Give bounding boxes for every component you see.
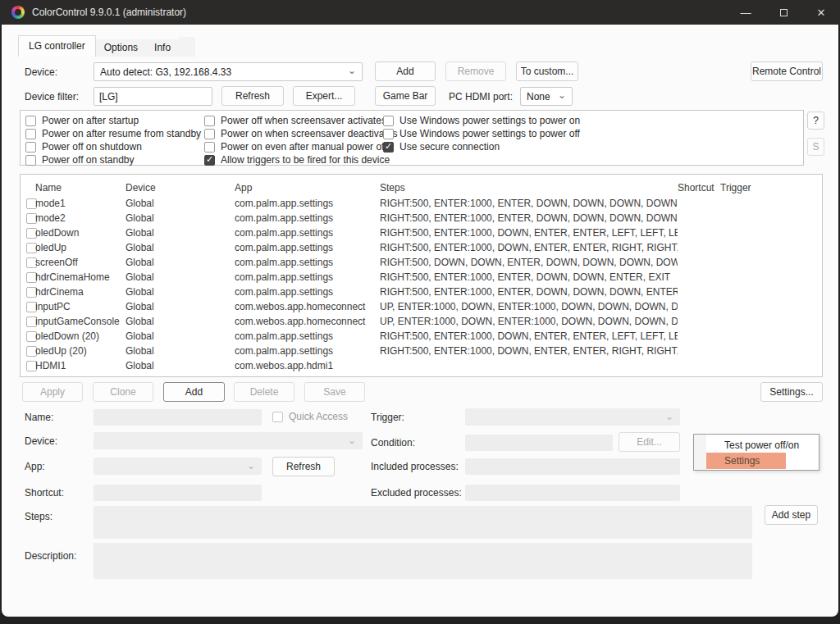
- checkbox-icon: [204, 116, 215, 126]
- row-app: com.palm.app.settings: [235, 198, 380, 209]
- maximize-button[interactable]: [765, 0, 802, 25]
- condition-input[interactable]: [465, 435, 613, 451]
- checkbox-power-off-on-standby[interactable]: Power off on standby: [25, 154, 135, 166]
- minimize-button[interactable]: —: [727, 0, 765, 25]
- add-preset-button[interactable]: Add: [163, 382, 225, 402]
- tab-info[interactable]: Info: [146, 39, 179, 57]
- checkbox-power-on-screensaver-deactivates[interactable]: Power on when screensaver deactivates: [204, 128, 397, 139]
- table-row[interactable]: oledDown (20)Globalcom.palm.app.settings…: [21, 329, 822, 344]
- checkbox-icon: [25, 142, 36, 153]
- checkbox-power-off-screensaver-activates[interactable]: Power off when screensaver activates: [204, 115, 386, 126]
- close-icon: ✕: [817, 7, 826, 19]
- description-textarea[interactable]: [94, 543, 752, 579]
- row-device: Global: [126, 301, 235, 312]
- app-icon: [11, 6, 25, 19]
- checkbox-allow-triggers[interactable]: Allow triggers to be fired for this devi…: [204, 154, 390, 166]
- trigger-select[interactable]: [465, 408, 680, 426]
- table-row[interactable]: screenOffGlobalcom.palm.app.settingsRIGH…: [21, 255, 822, 270]
- tab-options[interactable]: Options: [96, 39, 146, 57]
- s-button[interactable]: S: [807, 138, 824, 156]
- game-bar-button[interactable]: Game Bar: [375, 86, 436, 106]
- add-step-button[interactable]: Add step: [765, 505, 818, 525]
- help-button[interactable]: ?: [807, 112, 824, 130]
- table-row[interactable]: HDMI1Globalcom.webos.app.hdmi1: [21, 358, 822, 373]
- checkbox-label: Power on when screensaver deactivates: [221, 128, 397, 139]
- table-row[interactable]: mode1Globalcom.palm.app.settingsRIGHT:50…: [21, 196, 822, 211]
- quick-access-checkbox[interactable]: Quick Access: [272, 411, 348, 422]
- menu-item-test-power[interactable]: Test power off/on: [694, 437, 819, 453]
- table-row[interactable]: oledUpGlobalcom.palm.app.settingsRIGHT:5…: [21, 240, 822, 255]
- checkbox-label: Use secure connection: [399, 141, 500, 153]
- settings-button[interactable]: Settings...: [760, 382, 823, 402]
- column-header-app[interactable]: App: [235, 182, 380, 194]
- row-app: com.palm.app.settings: [235, 271, 380, 283]
- column-header-steps[interactable]: Steps: [380, 182, 678, 194]
- checkbox-power-on-after-manual-off[interactable]: Power on even after manual power off: [204, 141, 387, 153]
- column-header-device[interactable]: Device: [126, 182, 235, 194]
- checkbox-checked-icon: [383, 142, 394, 153]
- row-app: com.palm.app.settings: [235, 242, 380, 253]
- remote-control-button[interactable]: Remote Control: [751, 61, 823, 81]
- checkbox-power-on-after-resume[interactable]: Power on after resume from standby: [25, 128, 201, 139]
- table-row[interactable]: oledUp (20)Globalcom.palm.app.settingsRI…: [21, 344, 822, 358]
- expert-button[interactable]: Expert...: [293, 86, 355, 106]
- device-filter-input[interactable]: [LG]: [94, 87, 212, 106]
- table-row[interactable]: inputGameConsoleGlobalcom.webos.app.home…: [21, 314, 822, 329]
- checkbox-icon: [204, 142, 215, 153]
- row-steps: RIGHT:500, ENTER:1000, DOWN, ENTER, ENTE…: [380, 345, 678, 357]
- table-row[interactable]: hdrCinemaGlobalcom.palm.app.settingsRIGH…: [21, 285, 822, 299]
- refresh-apps-button[interactable]: Refresh: [272, 457, 335, 476]
- apply-button[interactable]: Apply: [22, 382, 83, 402]
- row-app: com.webos.app.hdmi1: [235, 360, 380, 371]
- excluded-processes-label: Excluded processes:: [371, 487, 462, 499]
- delete-button[interactable]: Delete: [234, 382, 294, 402]
- column-header-name[interactable]: Name: [35, 182, 126, 194]
- to-custom-button[interactable]: To custom...: [516, 61, 578, 81]
- row-steps: RIGHT:500, DOWN, DOWN, ENTER, DOWN, DOWN…: [380, 257, 678, 268]
- refresh-devices-button[interactable]: Refresh: [221, 86, 284, 106]
- edit-condition-button[interactable]: Edit...: [619, 432, 680, 452]
- clone-button[interactable]: Clone: [93, 382, 153, 402]
- row-steps: RIGHT:500, ENTER:1000, ENTER, DOWN, DOWN…: [380, 271, 678, 283]
- shortcut-input[interactable]: [94, 485, 262, 501]
- table-row[interactable]: inputPCGlobalcom.webos.app.homeconnectUP…: [21, 299, 822, 314]
- settings-context-menu: Test power off/on Settings: [693, 434, 819, 471]
- app-select[interactable]: [94, 458, 262, 475]
- checkbox-label: Power off when screensaver activates: [221, 115, 386, 126]
- checkbox-icon: [25, 155, 36, 166]
- name-input[interactable]: [94, 409, 262, 426]
- checkbox-label: Power off on standby: [42, 154, 135, 166]
- tab-bar: LG controller Options Info: [18, 37, 195, 57]
- menu-item-settings[interactable]: Settings: [694, 453, 819, 469]
- steps-textarea[interactable]: [94, 506, 752, 539]
- row-name: mode2: [35, 212, 126, 224]
- column-header-shortcut[interactable]: Shortcut: [678, 182, 720, 194]
- checkbox-windows-power-off[interactable]: Use Windows power settings to power off: [383, 128, 580, 139]
- excluded-processes-input[interactable]: [465, 485, 680, 501]
- included-processes-label: Included processes:: [371, 461, 459, 472]
- presets-table: Name Device App Steps Shortcut Trigger m…: [20, 174, 823, 377]
- tab-lg-controller[interactable]: LG controller: [18, 35, 96, 57]
- checkbox-label: Use Windows power settings to power on: [399, 115, 580, 126]
- checkbox-secure-connection[interactable]: Use secure connection: [383, 141, 500, 153]
- preset-device-select[interactable]: [94, 432, 363, 449]
- checkbox-windows-power-on[interactable]: Use Windows power settings to power on: [383, 115, 580, 126]
- row-app: com.webos.app.homeconnect: [235, 301, 380, 312]
- table-row[interactable]: hdrCinemaHomeGlobalcom.palm.app.settings…: [21, 270, 822, 285]
- pc-hdmi-port-select[interactable]: None: [520, 87, 573, 106]
- table-row[interactable]: mode2Globalcom.palm.app.settingsRIGHT:50…: [21, 211, 822, 225]
- column-header-trigger[interactable]: Trigger: [720, 182, 822, 194]
- checkbox-label: Allow triggers to be fired for this devi…: [221, 154, 390, 166]
- save-button[interactable]: Save: [304, 382, 365, 402]
- row-name: hdrCinema: [35, 286, 126, 298]
- close-button[interactable]: ✕: [802, 0, 840, 25]
- checkbox-power-on-after-startup[interactable]: Power on after startup: [25, 115, 139, 126]
- row-steps: RIGHT:500, ENTER:1000, ENTER, DOWN, DOWN…: [380, 198, 678, 209]
- included-processes-input[interactable]: [465, 458, 680, 475]
- row-steps: UP, ENTER:1000, DOWN, ENTER:1000, DOWN, …: [380, 316, 678, 327]
- table-row[interactable]: oledDownGlobalcom.palm.app.settingsRIGHT…: [21, 225, 822, 240]
- device-select[interactable]: Auto detect: G3, 192.168.4.33: [94, 62, 363, 81]
- add-device-button[interactable]: Add: [375, 61, 436, 81]
- remove-device-button[interactable]: Remove: [445, 61, 506, 81]
- checkbox-power-off-on-shutdown[interactable]: Power off on shutdown: [25, 141, 142, 153]
